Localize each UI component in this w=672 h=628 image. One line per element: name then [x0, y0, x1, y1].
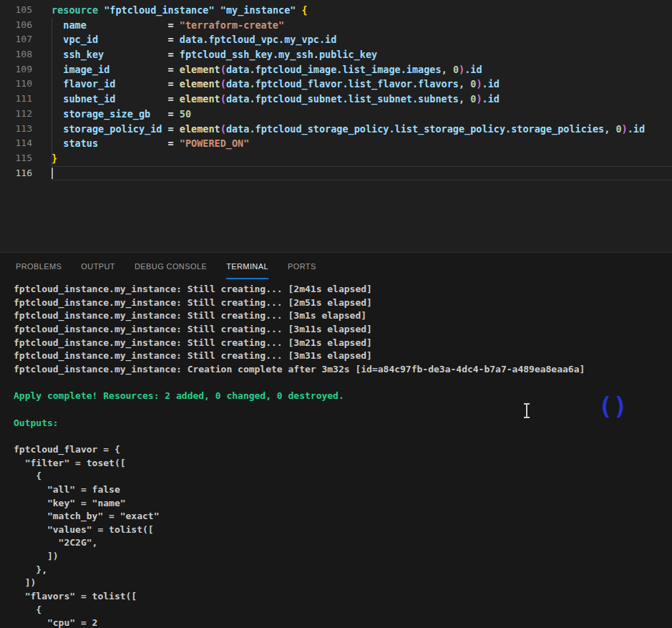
terminal-line: "match_by" = "exact"	[14, 510, 672, 523]
terminal-line: "values" = tolist([	[14, 523, 672, 537]
code-line-text: }	[52, 151, 672, 166]
line-number: 109	[0, 62, 49, 77]
terminal-line: fptcloud_instance.my_instance: Still cre…	[14, 296, 672, 310]
terminal-line: "filter" = toset([	[14, 457, 672, 470]
panel-tab-output[interactable]: OUTPUT	[81, 253, 115, 279]
terminal-line: {	[14, 604, 672, 617]
code-line: 116	[0, 166, 672, 181]
code-line: 112 storage_size_gb = 50	[0, 107, 672, 122]
line-number: 106	[0, 18, 49, 33]
code-line-text: status = "POWERED_ON"	[52, 136, 672, 151]
panel-tab-problems[interactable]: PROBLEMS	[16, 253, 62, 279]
text-cursor-ibeam	[522, 402, 531, 419]
code-line: 113 storage_policy_id = element(data.fpt…	[0, 122, 672, 137]
code-line-text: storage_policy_id = element(data.fptclou…	[52, 122, 672, 137]
terminal-line: "2C2G",	[14, 536, 672, 550]
line-number: 112	[0, 107, 49, 122]
line-number: 108	[0, 47, 49, 62]
code-line-text: resource "fptcloud_instance" "my_instanc…	[52, 3, 672, 18]
line-number: 107	[0, 32, 49, 47]
terminal-line	[14, 430, 672, 443]
code-line-text: image_id = element(data.fptcloud_image.l…	[52, 62, 672, 77]
terminal-line: },	[14, 564, 672, 577]
terminal-line	[14, 403, 672, 417]
code-line: 105resource "fptcloud_instance" "my_inst…	[0, 3, 672, 18]
code-line-text: vpc_id = data.fptcloud_vpc.my_vpc.id	[52, 32, 672, 47]
editor-caret	[52, 168, 53, 179]
terminal-line: "all" = false	[14, 483, 672, 497]
code-line-text: storage_size_gb = 50	[52, 107, 672, 122]
terminal-line: {	[14, 470, 672, 483]
terminal-line: ])	[14, 576, 672, 590]
panel-tabs: PROBLEMSOUTPUTDEBUG CONSOLETERMINALPORTS	[0, 253, 672, 279]
panel-tab-ports[interactable]: PORTS	[288, 253, 316, 279]
bottom-panel: PROBLEMSOUTPUTDEBUG CONSOLETERMINALPORTS…	[0, 252, 672, 628]
terminal-line: "flavors" = tolist([	[14, 590, 672, 604]
code-line-text	[52, 166, 672, 181]
line-number: 111	[0, 92, 49, 107]
code-line: 108 ssh_key = fptcloud_ssh_key.my_ssh.pu…	[0, 47, 672, 62]
code-line: 115}	[0, 151, 672, 166]
code-editor[interactable]: 105resource "fptcloud_instance" "my_inst…	[0, 0, 672, 252]
code-line-text: ssh_key = fptcloud_ssh_key.my_ssh.public…	[52, 47, 672, 62]
code-line-text: name = "terraform-create"	[52, 18, 672, 33]
terminal-line: fptcloud_instance.my_instance: Still cre…	[14, 283, 672, 296]
line-number: 116	[0, 166, 49, 181]
code-line-text: subnet_id = element(data.fptcloud_subnet…	[52, 92, 672, 107]
terminal-line: Outputs:	[14, 417, 672, 430]
code-line: 106 name = "terraform-create"	[0, 18, 672, 33]
code-lines: 105resource "fptcloud_instance" "my_inst…	[0, 0, 672, 180]
line-number: 105	[0, 3, 49, 18]
line-number: 113	[0, 122, 49, 137]
watermark-logo: ()	[598, 395, 628, 418]
code-line: 110 flavor_id = element(data.fptcloud_fl…	[0, 77, 672, 92]
terminal-line: fptcloud_instance.my_instance: Still cre…	[14, 323, 672, 337]
code-line: 111 subnet_id = element(data.fptcloud_su…	[0, 92, 672, 107]
panel-tab-debug-console[interactable]: DEBUG CONSOLE	[135, 253, 207, 279]
line-number: 115	[0, 151, 49, 166]
terminal-line: "cpu" = 2	[14, 617, 672, 628]
terminal-output[interactable]: fptcloud_instance.my_instance: Still cre…	[0, 280, 672, 628]
code-line-text: flavor_id = element(data.fptcloud_flavor…	[52, 77, 672, 92]
terminal-line	[14, 377, 672, 390]
code-line: 109 image_id = element(data.fptcloud_ima…	[0, 62, 672, 77]
code-line: 107 vpc_id = data.fptcloud_vpc.my_vpc.id	[0, 32, 672, 47]
terminal-line: Apply complete! Resources: 2 added, 0 ch…	[14, 390, 672, 403]
line-number: 110	[0, 77, 49, 92]
terminal-line: fptcloud_instance.my_instance: Creation …	[14, 363, 672, 377]
code-line: 114 status = "POWERED_ON"	[0, 136, 672, 151]
panel-tab-terminal[interactable]: TERMINAL	[226, 253, 268, 279]
terminal-line: fptcloud_instance.my_instance: Still cre…	[14, 337, 672, 350]
line-number: 114	[0, 136, 49, 151]
terminal-line: fptcloud_instance.my_instance: Still cre…	[14, 309, 672, 323]
terminal-line: fptcloud_flavor = {	[14, 443, 672, 457]
terminal-line: fptcloud_instance.my_instance: Still cre…	[14, 349, 672, 363]
terminal-line: ])	[14, 550, 672, 564]
terminal-line: "key" = "name"	[14, 497, 672, 511]
